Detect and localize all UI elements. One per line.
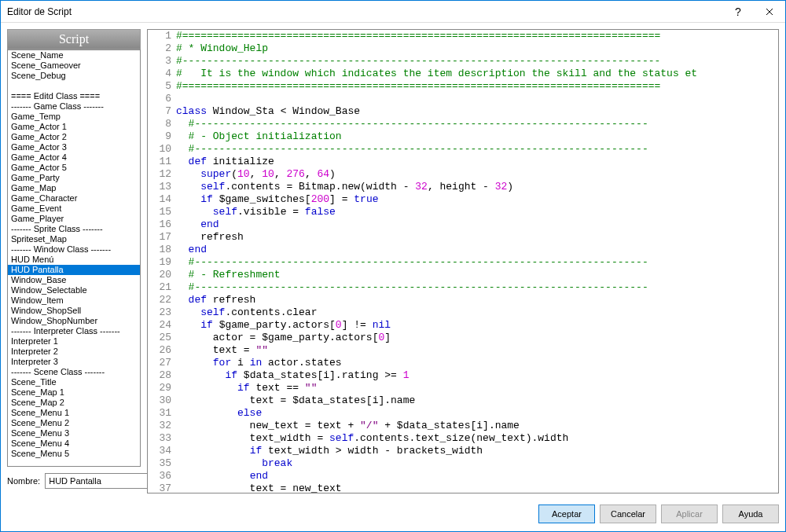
script-list-item[interactable]: Spriteset_Map	[8, 234, 140, 244]
line-number: 28	[148, 369, 176, 382]
script-list[interactable]: Scene_NameScene_GameoverScene_Debug==== …	[7, 50, 141, 467]
code-line[interactable]: self.contents.clear	[176, 306, 713, 319]
script-list-item[interactable]: Window_ShopNumber	[8, 316, 140, 326]
code-line[interactable]: if $game_party.actors[0] != nil	[176, 319, 713, 332]
script-list-item[interactable]: Interpreter 3	[8, 357, 140, 367]
line-number: 7	[148, 105, 176, 118]
code-line[interactable]: #=======================================…	[176, 80, 713, 93]
code-line[interactable]: #---------------------------------------…	[176, 281, 713, 294]
code-line[interactable]: for i in actor.states	[176, 357, 713, 369]
script-list-item[interactable]: Window_Item	[8, 295, 140, 306]
script-list-item[interactable]: Game_Actor 1	[8, 122, 140, 132]
code-line[interactable]: #---------------------------------------…	[176, 256, 713, 269]
close-icon	[766, 8, 773, 16]
code-line[interactable]: def initialize	[176, 156, 713, 168]
code-line[interactable]: new_text = text + "/" + $data_states[i].…	[176, 420, 713, 432]
code-line[interactable]: end	[176, 244, 713, 256]
code-line[interactable]: refresh	[176, 231, 713, 244]
script-list-item[interactable]: Scene_Menu 5	[8, 449, 140, 459]
code-line[interactable]: text = new_text	[176, 482, 713, 493]
code-line[interactable]: self.visible = false	[176, 206, 713, 218]
code-line[interactable]: if text == ""	[176, 382, 713, 394]
code-line[interactable]: #=======================================…	[176, 30, 713, 42]
code-line[interactable]: #---------------------------------------…	[176, 118, 713, 130]
script-list-item[interactable]: ------- Sprite Class -------	[8, 224, 140, 234]
code-line[interactable]: break	[176, 457, 713, 470]
line-number: 20	[148, 269, 176, 281]
script-list-item[interactable]: ------- Interpreter Class -------	[8, 326, 140, 336]
code-line[interactable]: end	[176, 470, 713, 482]
script-list-item[interactable]: Window_Selectable	[8, 285, 140, 295]
line-number: 22	[148, 294, 176, 306]
code-line[interactable]: # - Refreshment	[176, 269, 713, 281]
code-line[interactable]: end	[176, 218, 713, 231]
script-list-item[interactable]: Scene_Menu 1	[8, 408, 140, 418]
script-name-input[interactable]	[45, 473, 161, 489]
script-list-item[interactable]: Scene_Gameover	[8, 61, 140, 71]
script-list-item[interactable]: Window_ShopSell	[8, 306, 140, 316]
script-list-item[interactable]: Interpreter 2	[8, 347, 140, 357]
code-line[interactable]: else	[176, 407, 713, 420]
code-line[interactable]: text_width = self.contents.text_size(new…	[176, 432, 713, 445]
script-list-item[interactable]: Game_Character	[8, 193, 140, 204]
code-line[interactable]: # * Window_Help	[176, 42, 713, 55]
help-dialog-button[interactable]: Ayuda	[722, 504, 779, 523]
script-list-item[interactable]: Game_Event	[8, 204, 140, 214]
script-list-item[interactable]: HUD Pantalla	[8, 265, 140, 275]
code-line[interactable]: if $data_states[i].rating >= 1	[176, 369, 713, 382]
script-list-item[interactable]: Scene_Map 1	[8, 387, 140, 398]
script-list-item[interactable]: Game_Actor 4	[8, 152, 140, 163]
code-line[interactable]: class Window_Sta < Window_Base	[176, 105, 713, 118]
code-line[interactable]: text = ""	[176, 344, 713, 357]
titlebar: Editor de Script ?	[1, 1, 785, 23]
script-list-item[interactable]: Game_Player	[8, 214, 140, 224]
script-list-item[interactable]: Game_Actor 5	[8, 163, 140, 173]
code-line[interactable]: # It is the window which indicates the i…	[176, 68, 713, 80]
script-list-item[interactable]: Scene_Map 2	[8, 398, 140, 408]
script-list-item[interactable]	[8, 81, 140, 91]
window-title: Editor de Script	[7, 6, 722, 17]
script-list-item[interactable]: ==== Editd Class ====	[8, 91, 140, 101]
help-button[interactable]: ?	[722, 1, 754, 23]
script-list-item[interactable]: HUD Menú	[8, 255, 140, 265]
script-list-item[interactable]: ------- Window Class -------	[8, 244, 140, 255]
code-line[interactable]: #---------------------------------------…	[176, 143, 713, 156]
script-list-item[interactable]: Window_Base	[8, 275, 140, 285]
script-list-item[interactable]: Interpreter 1	[8, 336, 140, 347]
code-line[interactable]: actor = $game_party.actors[0]	[176, 332, 713, 344]
line-number: 9	[148, 130, 176, 143]
script-list-item[interactable]: Game_Map	[8, 183, 140, 193]
script-list-item[interactable]: Game_Actor 3	[8, 142, 140, 152]
script-list-item[interactable]: Scene_Title	[8, 377, 140, 387]
script-list-item[interactable]: ------- Game Class -------	[8, 101, 140, 112]
script-list-item[interactable]: Scene_Menu 3	[8, 428, 140, 438]
cancel-button[interactable]: Cancelar	[600, 504, 656, 523]
code-line[interactable]: # - Object initialization	[176, 130, 713, 143]
script-list-item[interactable]: Scene_Menu 4	[8, 438, 140, 449]
script-list-item[interactable]: Scene_Name	[8, 50, 140, 61]
apply-button[interactable]: Aplicar	[661, 504, 718, 523]
code-line[interactable]: super(10, 10, 276, 64)	[176, 168, 713, 181]
code-line[interactable]: if text_width > width - brackets_width	[176, 445, 713, 457]
script-list-item[interactable]: Scene_Debug	[8, 71, 140, 81]
code-line[interactable]: if $game_switches[200] = true	[176, 193, 713, 206]
line-number: 8	[148, 118, 176, 130]
close-button[interactable]	[754, 1, 785, 23]
script-list-item[interactable]: Game_Actor 2	[8, 132, 140, 142]
code-editor[interactable]: 1#======================================…	[147, 29, 779, 493]
script-list-item[interactable]: ------- Scene Class -------	[8, 367, 140, 377]
code-line[interactable]: #---------------------------------------…	[176, 55, 713, 68]
script-list-item[interactable]: Game_Temp	[8, 112, 140, 122]
line-number: 23	[148, 306, 176, 319]
ok-button[interactable]: Aceptar	[538, 504, 595, 523]
code-line[interactable]: text = $data_states[i].name	[176, 394, 713, 407]
line-number: 25	[148, 332, 176, 344]
line-number: 21	[148, 281, 176, 294]
code-line[interactable]: self.contents = Bitmap.new(width - 32, h…	[176, 181, 713, 193]
script-list-item[interactable]: Game_Party	[8, 173, 140, 183]
code-line[interactable]: def refresh	[176, 294, 713, 306]
line-number: 5	[148, 80, 176, 93]
line-number: 35	[148, 457, 176, 470]
code-line[interactable]	[176, 93, 713, 105]
script-list-item[interactable]: Scene_Menu 2	[8, 418, 140, 428]
